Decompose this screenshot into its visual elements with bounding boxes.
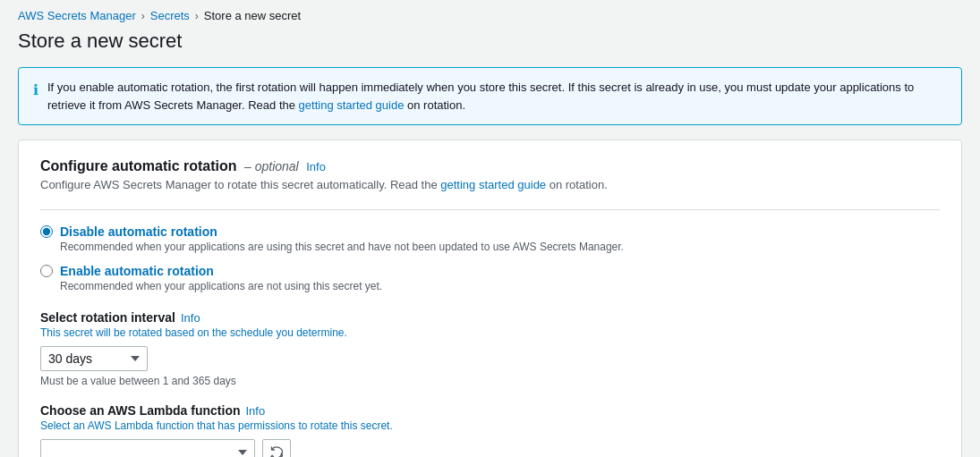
rotation-interval-desc: This secret will be rotated based on the… <box>40 326 940 339</box>
breadcrumb-current: Store a new secret <box>204 9 301 22</box>
breadcrumb-sep-2: › <box>195 10 199 22</box>
rotation-interval-section: Select rotation interval Info This secre… <box>40 310 940 387</box>
lambda-row <box>40 439 940 457</box>
radio-disable-text: Disable automatic rotation <box>60 224 217 239</box>
rotation-interval-label: Select rotation interval Info <box>40 310 940 325</box>
info-banner-link[interactable]: getting started guide <box>299 98 405 112</box>
radio-enable-desc: Recommended when your applications are n… <box>60 280 940 292</box>
lambda-info[interactable]: Info <box>246 404 266 418</box>
lambda-section: Choose an AWS Lambda function Info Selec… <box>40 403 940 457</box>
breadcrumb: AWS Secrets Manager › Secrets › Store a … <box>0 0 980 30</box>
lambda-select-wrapper <box>40 439 255 457</box>
section-desc: Configure AWS Secrets Manager to rotate … <box>40 178 940 191</box>
radio-disable-input[interactable] <box>40 225 53 238</box>
refresh-icon <box>270 446 283 457</box>
radio-disable-option: Disable automatic rotation Recommended w… <box>40 224 940 253</box>
rotation-interval-info[interactable]: Info <box>181 311 200 325</box>
section-info-link[interactable]: Info <box>306 160 326 173</box>
main-card: Configure automatic rotation – optional … <box>18 140 962 457</box>
lambda-label: Choose an AWS Lambda function Info <box>40 403 940 418</box>
divider <box>40 209 940 210</box>
refresh-button[interactable] <box>262 439 291 457</box>
radio-enable-label[interactable]: Enable automatic rotation <box>40 264 940 278</box>
optional-label: – optional <box>244 159 299 173</box>
lambda-select[interactable] <box>40 439 255 457</box>
rotation-interval-select[interactable]: 30 days 60 days 90 days Custom <box>40 346 148 371</box>
radio-disable-label[interactable]: Disable automatic rotation <box>40 224 940 239</box>
radio-enable-option: Enable automatic rotation Recommended wh… <box>40 264 940 292</box>
page-title: Store a new secret <box>0 30 980 67</box>
info-banner-text: If you enable automatic rotation, the fi… <box>47 79 947 114</box>
breadcrumb-parent[interactable]: Secrets <box>150 9 190 22</box>
radio-group: Disable automatic rotation Recommended w… <box>40 224 940 292</box>
info-icon: ℹ <box>33 80 38 114</box>
breadcrumb-sep-1: › <box>141 10 145 22</box>
lambda-desc: Select an AWS Lambda function that has p… <box>40 419 940 432</box>
radio-disable-desc: Recommended when your applications are u… <box>60 241 940 253</box>
section-header: Configure automatic rotation – optional … <box>40 158 940 174</box>
breadcrumb-root[interactable]: AWS Secrets Manager <box>18 9 136 22</box>
section-desc-link[interactable]: getting started guide <box>440 178 546 191</box>
info-banner: ℹ If you enable automatic rotation, the … <box>18 67 962 125</box>
radio-enable-input[interactable] <box>40 265 53 277</box>
rotation-interval-select-wrapper: 30 days 60 days 90 days Custom <box>40 346 940 371</box>
rotation-interval-hint: Must be a value between 1 and 365 days <box>40 375 940 387</box>
radio-enable-text: Enable automatic rotation <box>60 264 214 278</box>
